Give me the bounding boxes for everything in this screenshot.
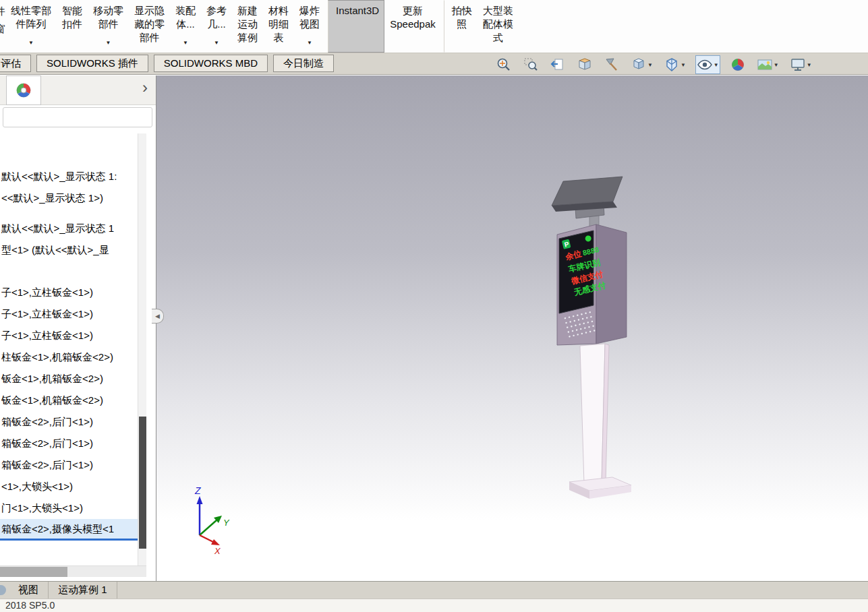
monitor-icon xyxy=(790,57,806,73)
ribbon-button[interactable]: 大型装 配体模 式 ▼ xyxy=(478,0,519,53)
ribbon-button[interactable]: 显示隐 藏的零 部件 ▼ xyxy=(129,0,170,53)
dropdown-arrow-icon[interactable]: ▼ xyxy=(774,62,779,68)
dropdown-arrow-icon[interactable]: ▼ xyxy=(183,36,188,50)
command-tab[interactable]: 今日制造 xyxy=(273,55,334,72)
ribbon-button[interactable]: 线性零部 件阵列 ▼ xyxy=(5,0,57,53)
display-manager-tab[interactable] xyxy=(6,75,41,105)
z-axis-arrow xyxy=(197,496,203,504)
y-axis-label: Y xyxy=(223,518,230,528)
tree-item[interactable]: 门<1>,大锁头<1>) xyxy=(0,497,138,519)
section-view-button[interactable] xyxy=(575,55,594,74)
command-tab[interactable]: SOLIDWORKS MBD xyxy=(154,55,268,72)
bottom-tab-bar: 视图 运动算例 1 xyxy=(0,581,868,599)
tree-item[interactable]: <<默认>_显示状态 1>) xyxy=(0,187,138,209)
graphics-viewport[interactable]: P 余位 8888 车牌识别 微信支付 无感支付 xyxy=(156,75,868,581)
tree-item[interactable]: 型<1> (默认<<默认>_显 xyxy=(0,239,138,261)
dropdown-arrow-icon[interactable]: ▼ xyxy=(307,36,312,50)
solidworks-window: 件 窗 线性零部 件阵列 ▼ 智能 扣件 ▼ 移动零 部件 ▼ xyxy=(0,0,868,612)
tree-item[interactable]: 钣金<1>,机箱钣金<2>) xyxy=(0,368,138,390)
ribbon-button-label: 材料 明细 表 xyxy=(268,4,289,44)
ribbon-button[interactable]: 拍快 照 ▼ xyxy=(444,0,478,53)
parking-station-model[interactable]: P 余位 8888 车牌识别 微信支付 无感支付 xyxy=(552,177,631,499)
tree-filter-input[interactable] xyxy=(3,107,152,127)
panel-collapse-handle[interactable]: ◀ xyxy=(152,309,164,324)
dropdown-arrow-icon[interactable]: ▼ xyxy=(807,62,812,68)
dropdown-arrow-icon[interactable]: ▼ xyxy=(714,62,719,68)
panel-expand-chevron-icon[interactable]: › xyxy=(142,78,148,97)
display-style-button[interactable]: ▼ xyxy=(662,55,687,74)
ribbon-button-label: 爆炸 视图 xyxy=(299,4,320,31)
dropdown-arrow-icon[interactable]: ▼ xyxy=(647,62,653,68)
zoom-to-fit-button[interactable] xyxy=(494,55,513,74)
tree-item[interactable]: 子<1>,立柱钣金<1>) xyxy=(0,282,138,303)
coordinate-triad: Z Y X xyxy=(194,485,230,556)
tree-item[interactable]: 箱钣金<2>,后门<1>) xyxy=(0,433,138,454)
appearance-sphere-icon xyxy=(730,57,746,73)
view-settings-button[interactable]: ▼ xyxy=(788,55,813,74)
ribbon-button[interactable]: 参考 几... ▼ xyxy=(201,0,232,53)
ribbon-button[interactable]: 移动零 部件 ▼ xyxy=(88,0,129,53)
version-text: 2018 SP5.0 xyxy=(5,600,55,611)
ribbon-button[interactable]: Instant3D ▼ xyxy=(328,0,384,53)
dropdown-arrow-icon[interactable]: ▼ xyxy=(214,36,219,50)
zoom-to-fit-icon xyxy=(496,57,512,73)
command-tab-bar: 评估 SOLIDWORKS 插件 SOLIDWORKS MBD 今日制造 xyxy=(0,53,868,75)
eye-icon xyxy=(697,57,713,73)
tree-item[interactable]: <1>,大锁头<1>) xyxy=(0,476,138,497)
dynamic-annotation-button[interactable] xyxy=(602,55,621,74)
heads-up-view-toolbar: ▼ ▼ ▼ xyxy=(494,55,813,74)
camera-hood[interactable] xyxy=(552,177,623,212)
dynamic-annotation-icon xyxy=(604,57,620,73)
bottom-tab[interactable]: 视图 xyxy=(9,582,49,599)
view-orientation-button[interactable]: ▼ xyxy=(629,55,654,74)
color-wheel-icon xyxy=(15,82,32,99)
ribbon-button[interactable]: 爆炸 视图 ▼ xyxy=(294,0,325,53)
ribbon-button-label: 装配 体... xyxy=(175,4,196,31)
previous-view-icon xyxy=(550,57,566,73)
ribbon-button[interactable]: 材料 明细 表 ▼ xyxy=(263,0,294,53)
command-tab[interactable]: 评估 xyxy=(0,55,31,72)
dropdown-arrow-icon[interactable]: ▼ xyxy=(106,36,111,50)
feature-manager-panel: › 默认<<默认>_显示状态 1: <<默认>_显示状态 1>) 默认<<默认>… xyxy=(0,75,156,581)
tree-horizontal-scrollbar[interactable] xyxy=(0,565,146,577)
ribbon-button[interactable]: 更新 Speedpak ▼ xyxy=(384,0,441,53)
viewport-canvas[interactable]: P 余位 8888 车牌识别 微信支付 无感支付 xyxy=(156,75,868,582)
x-axis-arrow xyxy=(211,539,220,545)
dropdown-arrow-icon[interactable]: ▼ xyxy=(681,62,686,68)
dropdown-arrow-icon[interactable]: ▼ xyxy=(28,36,34,50)
tree-item[interactable]: 默认<<默认>_显示状态 1: xyxy=(0,166,138,187)
horizontal-scrollbar-thumb[interactable] xyxy=(0,567,67,577)
ribbon-button-label: 参考 几... xyxy=(206,4,227,31)
command-tabs: 评估 SOLIDWORKS 插件 SOLIDWORKS MBD 今日制造 xyxy=(0,55,334,72)
pole-front[interactable] xyxy=(580,344,605,484)
tree-item[interactable]: 默认<<默认>_显示状态 1 xyxy=(0,218,138,239)
scene-icon xyxy=(757,57,773,73)
edit-appearance-button[interactable] xyxy=(728,55,747,74)
zoom-to-area-button[interactable] xyxy=(521,55,540,74)
ribbon-button[interactable]: 智能 扣件 ▼ xyxy=(57,0,88,53)
tree-vertical-scrollbar[interactable] xyxy=(138,133,146,565)
status-bar: 2018 SP5.0 xyxy=(0,599,868,612)
zoom-to-area-icon xyxy=(523,57,539,73)
ribbon-button-label: 新建 运动 算例 xyxy=(237,4,258,44)
vertical-scrollbar-thumb[interactable] xyxy=(139,417,146,549)
tree-item[interactable]: 子<1>,立柱钣金<1>) xyxy=(0,325,138,346)
ribbon: 件 窗 线性零部 件阵列 ▼ 智能 扣件 ▼ 移动零 部件 ▼ xyxy=(0,0,868,53)
tree-item[interactable]: 箱钣金<2>,摄像头模型<1 xyxy=(0,519,138,541)
command-tab[interactable]: SOLIDWORKS 插件 xyxy=(36,55,148,72)
ribbon-button-label: 更新 Speedpak xyxy=(390,4,436,31)
ribbon-button-label: Instant3D xyxy=(336,4,379,18)
ribbon-button-label: 智能 扣件 xyxy=(62,4,82,31)
tree-item[interactable]: 柱钣金<1>,机箱钣金<2>) xyxy=(0,346,138,368)
hide-show-items-button[interactable]: ▼ xyxy=(695,55,720,74)
apply-scene-button[interactable]: ▼ xyxy=(755,55,780,74)
tree-item[interactable]: 箱钣金<2>,后门<1>) xyxy=(0,411,138,433)
tree-item[interactable]: 钣金<1>,机箱钣金<2>) xyxy=(0,390,138,411)
base-plate[interactable] xyxy=(569,477,631,499)
previous-view-button[interactable] xyxy=(548,55,567,74)
ribbon-button[interactable]: 新建 运动 算例 ▼ xyxy=(232,0,263,53)
ribbon-button[interactable]: 装配 体... ▼ xyxy=(170,0,201,53)
bottom-tab[interactable]: 运动算例 1 xyxy=(49,582,117,599)
tree-item[interactable]: 箱钣金<2>,后门<1>) xyxy=(0,454,138,476)
tree-item[interactable]: 子<1>,立柱钣金<1>) xyxy=(0,303,138,325)
